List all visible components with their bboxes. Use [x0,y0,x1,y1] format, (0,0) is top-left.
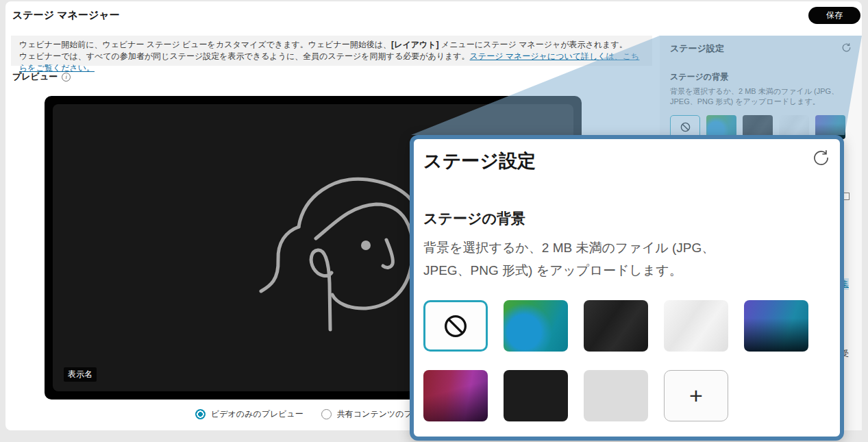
background-none-thumbnail[interactable] [423,300,488,352]
refresh-icon[interactable] [812,149,830,167]
page-title: ステージ マネージャー [12,9,120,22]
background-thumbnails-row-2: + [423,370,830,421]
description-line: 背景を選択するか、2 MB 未満のファイル (JPG、 [423,236,830,259]
radio-label: ビデオのみのプレビュー [211,408,303,420]
sidebar-section-title: ステージの背景 [670,71,852,83]
refresh-icon[interactable] [841,42,852,53]
background-blue-green-thumbnail[interactable] [504,300,568,352]
background-dark-swirl-thumbnail[interactable] [584,300,648,352]
magnified-section-description: 背景を選択するか、2 MB 未満のファイル (JPG、 JPEG、PNG 形式)… [423,236,830,282]
background-black-thumbnail[interactable] [504,370,568,421]
banner-text: メニューにステージ マネージャが表示されます。 [439,40,628,49]
banner-text: ウェビナー開始前に、ウェビナー ステージ ビューをカスタマイズできます。ウェビナ… [19,40,391,49]
sidebar-section-description: 背景を選択するか、2 MB 未満のファイル (JPG、 JPEG、PNG 形式)… [670,86,852,107]
banner-line-2: ウェビナーでは、すべての参加者が同じステージ設定を表示できるように、全員のステー… [19,51,644,74]
magnified-panel-title: ステージ設定 [423,149,536,173]
radio-unselected-icon[interactable] [321,409,332,419]
preview-mode-radio-group: ビデオのみのプレビュー共有コンテンツのプレビ [195,408,429,420]
background-red-magenta-thumbnail[interactable] [423,370,488,421]
magnified-section-title: ステージの背景 [423,209,830,228]
sidebar-title: ステージ設定 [670,42,724,55]
description-line: JPEG、PNG 形式) をアップロードします。 [423,259,830,282]
banner-line-1: ウェビナー開始前に、ウェビナー ステージ ビューをカスタマイズできます。ウェビナ… [19,39,644,51]
avatar-placeholder-illustration [230,163,435,369]
prohibition-icon [442,312,469,340]
description-line: JPEG、PNG 形式) をアップロードします。 [670,97,852,107]
save-button[interactable]: 保存 [808,7,860,24]
background-light-swirl-thumbnail[interactable] [664,300,728,352]
background-add-upload-thumbnail[interactable]: + [664,370,728,421]
info-banner: ウェビナー開始前に、ウェビナー ステージ ビューをカスタマイズできます。ウェビナ… [11,36,652,66]
page-header: ステージ マネージャー 保存 [5,1,862,32]
preview-label-row: プレビュー i [12,71,71,83]
background-purple-teal-thumbnail[interactable] [744,300,808,352]
magnified-panel-header: ステージ設定 [423,149,830,173]
sidebar-header: ステージ設定 [670,42,852,55]
radio-selected-icon[interactable] [195,409,206,419]
background-thumbnails-row-1 [423,300,830,352]
display-name-tag: 表示名 [64,367,97,382]
banner-text: ウェビナーでは、すべての参加者が同じステージ設定を表示できるように、全員のステー… [19,51,470,61]
preview-label: プレビュー [12,71,58,83]
radio-video-only-preview[interactable]: ビデオのみのプレビュー [195,408,303,420]
description-line: 背景を選択するか、2 MB 未満のファイル (JPG、 [670,86,852,97]
banner-bold-text: [レイアウト] [391,40,438,49]
stage-settings-magnified-panel: ステージ設定 ステージの背景 背景を選択するか、2 MB 未満のファイル (JP… [410,135,844,441]
prohibition-icon [680,121,691,133]
info-icon[interactable]: i [62,73,71,82]
background-light-gray-thumbnail[interactable] [584,370,648,421]
